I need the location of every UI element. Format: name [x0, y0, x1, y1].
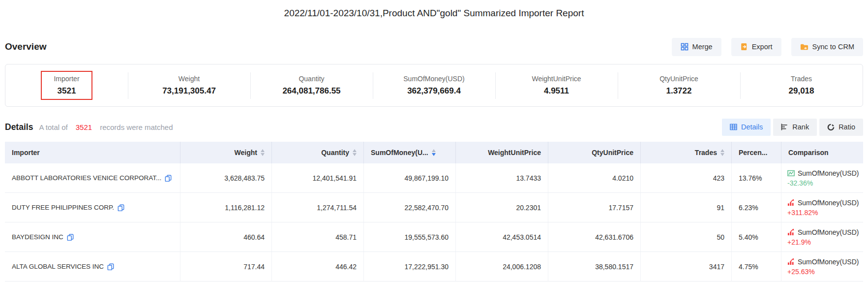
column-header-weight_unit_price: WeightUnitPrice: [456, 142, 548, 163]
cell-quantity: 1,274,711.54: [272, 193, 364, 222]
stat-label: Importer: [54, 75, 79, 83]
cell-weight_unit_price: 24,006.1208: [456, 252, 548, 281]
importer-name: DUTY FREE PHILIPPINES CORP.: [12, 204, 114, 211]
cell-percent: 5.40%: [732, 222, 781, 251]
table-body: ABBOTT LABORATORIES VENICE CORPORAT...3,…: [5, 163, 863, 282]
tab-rank[interactable]: Rank: [773, 119, 817, 136]
cell-qty_unit_price: 4.0210: [548, 163, 641, 192]
tab-details-label: Details: [741, 123, 763, 131]
sort-up-icon: [720, 149, 724, 152]
stat-value: 29,018: [789, 86, 814, 96]
match-count: 3521: [74, 123, 94, 131]
comparison-metric-label: SumOfMoney(USD): [798, 169, 859, 177]
column-header-weight[interactable]: Weight: [180, 142, 272, 163]
export-button-label: Export: [752, 43, 773, 51]
details-header-row: Details A total of 3521 records were mat…: [5, 118, 863, 136]
column-header-label: Importer: [12, 149, 40, 157]
column-header-percent: Percen...: [732, 142, 781, 163]
comparison-metric-label: SumOfMoney(USD): [798, 199, 859, 207]
cell-quantity: 458.71: [272, 222, 364, 251]
match-prefix: A total of: [39, 123, 67, 131]
column-header-quantity[interactable]: Quantity: [272, 142, 364, 163]
sort-up-icon: [432, 149, 436, 152]
cell-sum_of_money: 22,582,470.70: [364, 193, 456, 222]
overview-stat-sumofmoney-usd-: SumOfMoney(USD)362,379,669.4: [373, 64, 495, 106]
cell-importer: DUTY FREE PHILIPPINES CORP.: [5, 193, 180, 222]
comparison-metric: SumOfMoney(USD): [787, 228, 859, 236]
importer-name: ABBOTT LABORATORIES VENICE CORPORAT...: [12, 174, 161, 182]
sort-carets-icon: [432, 149, 436, 156]
cell-weight_unit_price: 20.2301: [456, 193, 548, 222]
comparison-change-value: +21.9%: [787, 238, 811, 246]
cell-qty_unit_price: 38,580.1517: [548, 252, 641, 281]
cell-comparison: SumOfMoney(USD)+25.63%: [781, 252, 863, 281]
overview-heading: Overview: [5, 41, 47, 52]
cell-percent: 6.23%: [732, 193, 781, 222]
column-header-label: Quantity: [321, 149, 349, 157]
export-button[interactable]: Export: [731, 38, 781, 56]
importer-name: BAYDESIGN INC: [12, 233, 63, 241]
cell-importer: BAYDESIGN INC: [5, 222, 180, 251]
copy-icon[interactable]: [165, 175, 172, 182]
table-row[interactable]: BAYDESIGN INC460.64458.7119,555,573.6042…: [5, 222, 863, 252]
highlight-red-box: Importer3521: [41, 71, 92, 100]
overview-stat-trades: Trades29,018: [740, 64, 863, 106]
details-heading: Details: [5, 122, 33, 132]
cell-qty_unit_price: 17.7157: [548, 193, 641, 222]
comparison-metric: SumOfMoney(USD): [787, 169, 859, 177]
column-header-label: Weight: [235, 149, 257, 157]
column-header-comparison: Comparison: [781, 142, 863, 163]
sort-down-icon: [261, 153, 265, 156]
stat-value: 362,379,669.4: [407, 86, 461, 96]
importer-name: ALTA GLOBAL SERVICES INC: [12, 263, 104, 270]
column-header-label: Percen...: [739, 149, 767, 157]
column-header-label: SumOfMoney(U...: [371, 149, 428, 157]
ratio-donut-icon: [827, 124, 835, 131]
stat-box: Quantity264,081,786.55: [269, 71, 353, 100]
tab-details[interactable]: Details: [722, 119, 771, 136]
cell-weight_unit_price: 13.7433: [456, 163, 548, 192]
cell-sum_of_money: 49,867,199.10: [364, 163, 456, 192]
stat-label: WeightUnitPrice: [532, 75, 581, 83]
table-row[interactable]: ABBOTT LABORATORIES VENICE CORPORAT...3,…: [5, 163, 863, 193]
cell-trades: 423: [641, 163, 732, 192]
comparison-metric: SumOfMoney(USD): [787, 258, 859, 266]
comparison-change-value: +311.82%: [787, 209, 818, 217]
overview-stats-card: Importer3521Weight73,191,305.47Quantity2…: [5, 64, 863, 107]
stat-box: QtyUnitPrice1.3722: [647, 71, 711, 100]
stat-box: SumOfMoney(USD)362,379,669.4: [390, 71, 477, 100]
copy-icon[interactable]: [107, 263, 114, 270]
overview-header-row: Overview Merge Export: [5, 37, 863, 56]
sort-carets-icon: [353, 149, 357, 156]
column-header-trades[interactable]: Trades: [641, 142, 732, 163]
stat-value: 73,191,305.47: [162, 86, 216, 96]
table-row[interactable]: ALTA GLOBAL SERVICES INC717.44446.4217,2…: [5, 252, 863, 282]
view-switcher: Details Rank: [722, 119, 863, 136]
comparison-change-value: +25.63%: [787, 268, 815, 276]
table-row[interactable]: DUTY FREE PHILIPPINES CORP.1,116,281.121…: [5, 193, 863, 222]
stat-value: 264,081,786.55: [282, 86, 340, 96]
stat-label: Weight: [179, 75, 200, 83]
column-header-sum_of_money[interactable]: SumOfMoney(U...: [364, 142, 456, 163]
column-header-label: WeightUnitPrice: [488, 149, 541, 157]
cell-comparison: SumOfMoney(USD)-32.36%: [781, 163, 863, 192]
cell-weight_unit_price: 42,453.0514: [456, 222, 548, 251]
overview-stat-quantity: Quantity264,081,786.55: [250, 64, 373, 106]
stat-box: Weight73,191,305.47: [150, 71, 229, 100]
sync-to-crm-button[interactable]: Sync to CRM: [791, 38, 863, 56]
table-grid-icon: [730, 124, 737, 130]
cell-importer: ABBOTT LABORATORIES VENICE CORPORAT...: [5, 163, 180, 192]
tab-ratio[interactable]: Ratio: [819, 119, 863, 136]
importer-report-page: 2022/11/01-2023/10/31,Product AND"gold" …: [0, 0, 868, 282]
rank-bars-icon: [781, 124, 788, 130]
merge-button[interactable]: Merge: [672, 38, 721, 56]
cell-trades: 91: [641, 193, 732, 222]
column-header-label: Trades: [695, 149, 717, 157]
cell-quantity: 446.42: [272, 252, 364, 281]
copy-icon[interactable]: [67, 234, 74, 241]
cell-sum_of_money: 19,555,573.60: [364, 222, 456, 251]
overview-stat-weight: Weight73,191,305.47: [128, 64, 250, 106]
comparison-metric-label: SumOfMoney(USD): [798, 258, 859, 266]
overview-stat-importer: Importer3521: [5, 64, 128, 106]
copy-icon[interactable]: [118, 204, 124, 211]
